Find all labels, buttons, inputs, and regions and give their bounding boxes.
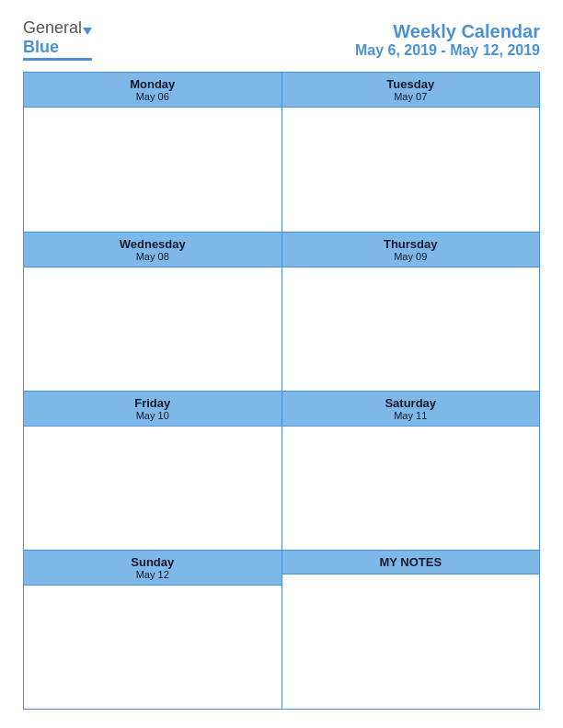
wednesday-body [24,267,282,391]
logo-general: General [23,18,82,37]
header-title: Weekly Calendar May 6, 2019 - May 12, 20… [355,21,540,59]
tuesday-date: May 07 [282,91,540,102]
cell-notes: MY NOTES [282,551,540,709]
cell-friday: Friday May 10 [24,392,282,550]
tuesday-label: Tuesday [282,77,540,91]
saturday-label: Saturday [282,396,540,410]
friday-header: Friday May 10 [24,392,282,427]
cell-wednesday: Wednesday May 08 [24,233,282,391]
logo-line [23,58,92,61]
cell-monday: Monday May 06 [24,73,282,231]
thursday-label: Thursday [282,237,540,251]
calendar-row-1: Monday May 06 Tuesday May 07 [24,73,539,232]
friday-date: May 10 [24,410,282,421]
tuesday-body [282,108,540,231]
saturday-header: Saturday May 11 [282,392,540,427]
notes-header: MY NOTES [282,551,540,574]
calendar-grid: Monday May 06 Tuesday May 07 Wednesday M… [23,72,540,710]
logo-blue: Blue [23,38,59,56]
notes-body [282,574,540,709]
cell-tuesday: Tuesday May 07 [282,73,540,231]
calendar-row-2: Wednesday May 08 Thursday May 09 [24,233,539,392]
cell-saturday: Saturday May 11 [282,392,540,550]
monday-body [24,108,282,231]
friday-body [24,427,282,550]
sunday-header: Sunday May 12 [24,551,282,586]
monday-header: Monday May 06 [24,73,282,108]
friday-label: Friday [24,396,282,410]
sunday-body [24,586,282,709]
thursday-body [282,267,540,391]
thursday-date: May 09 [282,251,540,262]
calendar-date-range: May 6, 2019 - May 12, 2019 [355,42,540,59]
page: General Blue Weekly Calendar May 6, 2019… [0,0,563,728]
wednesday-header: Wednesday May 08 [24,233,282,267]
saturday-body [282,427,540,550]
thursday-header: Thursday May 09 [282,233,540,267]
calendar-title: Weekly Calendar [355,21,540,42]
wednesday-date: May 08 [24,251,282,262]
sunday-label: Sunday [24,555,282,569]
notes-label: MY NOTES [379,555,442,569]
saturday-date: May 11 [282,410,540,421]
cell-thursday: Thursday May 09 [282,233,540,391]
monday-date: May 06 [24,91,282,102]
header: General Blue Weekly Calendar May 6, 2019… [23,18,540,61]
logo-triangle-icon [83,28,92,35]
monday-label: Monday [24,77,282,91]
sunday-date: May 12 [24,569,282,580]
wednesday-label: Wednesday [24,237,282,251]
cell-sunday: Sunday May 12 [24,551,282,709]
calendar-row-4: Sunday May 12 MY NOTES [24,551,539,709]
tuesday-header: Tuesday May 07 [282,73,540,108]
logo: General Blue [23,18,92,61]
calendar-row-3: Friday May 10 Saturday May 11 [24,392,539,551]
